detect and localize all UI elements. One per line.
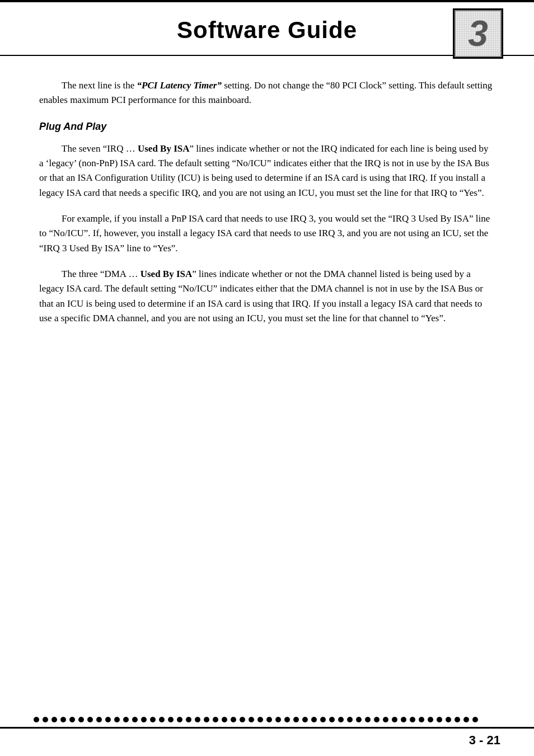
dot: [249, 717, 254, 722]
chapter-number: 3: [468, 13, 488, 54]
dot: [320, 717, 326, 722]
plug-and-play-heading: Plug And Play: [39, 119, 495, 135]
dot: [311, 717, 317, 722]
dot: [114, 717, 120, 722]
pci-latency-bold: “PCI Latency Timer”: [137, 80, 222, 91]
dot: [177, 717, 182, 722]
dot: [231, 717, 236, 722]
header: Software Guide 3: [0, 0, 534, 56]
dot: [240, 717, 245, 722]
dot: [78, 717, 84, 722]
dot: [222, 717, 227, 722]
dot: [96, 717, 102, 722]
chapter-box: 3: [453, 8, 503, 59]
dot: [213, 717, 218, 722]
intro-paragraph: The next line is the “PCI Latency Timer”…: [39, 78, 495, 108]
main-content: The next line is the “PCI Latency Timer”…: [0, 62, 534, 382]
dot: [132, 717, 138, 722]
dot: [275, 717, 281, 722]
dot: [374, 717, 380, 722]
dot: [168, 717, 174, 722]
dot: [123, 717, 129, 722]
dot: [141, 717, 147, 722]
dot: [87, 717, 93, 722]
dot: [365, 717, 371, 722]
dot: [383, 717, 388, 722]
dot: [428, 717, 433, 722]
dot: [302, 717, 308, 722]
dot: [455, 717, 460, 722]
dot: [204, 717, 209, 722]
dot: [410, 717, 415, 722]
dot: [266, 717, 272, 722]
dot: [347, 717, 353, 722]
used-by-isa-bold-1: Used By ISA: [138, 143, 190, 154]
dot: [293, 717, 299, 722]
used-by-isa-bold-2: Used By ISA: [140, 269, 193, 279]
dot: [446, 717, 451, 722]
dot: [105, 717, 111, 722]
dot: [338, 717, 344, 722]
dot: [329, 717, 335, 722]
dot: [401, 717, 406, 722]
dot: [437, 717, 442, 722]
footer: 3 - 21: [0, 717, 534, 756]
page: Software Guide 3 The next line is the “P…: [0, 0, 534, 756]
dot: [60, 717, 66, 722]
dot: [392, 717, 397, 722]
dot: [257, 717, 263, 722]
dots-row: [0, 717, 534, 722]
paragraph-2: For example, if you install a PnP ISA ca…: [39, 212, 495, 256]
dot: [419, 717, 424, 722]
page-number: 3 - 21: [469, 733, 500, 748]
dot: [34, 717, 39, 722]
dot: [150, 717, 156, 722]
dot: [284, 717, 290, 722]
dot: [356, 717, 362, 722]
dot: [186, 717, 191, 722]
dot: [51, 717, 57, 722]
page-number-area: 3 - 21: [0, 727, 534, 756]
page-title: Software Guide: [34, 17, 500, 44]
paragraph-1: The seven “IRQ … Used By ISA” lines indi…: [39, 142, 495, 200]
dot: [69, 717, 75, 722]
paragraph-3: The three “DMA … Used By ISA” lines indi…: [39, 267, 495, 326]
dot: [463, 717, 469, 722]
dot: [43, 717, 48, 722]
dot: [159, 717, 165, 722]
dot: [195, 717, 200, 722]
chapter-box-inner: 3: [455, 10, 502, 57]
dot: [472, 717, 478, 722]
